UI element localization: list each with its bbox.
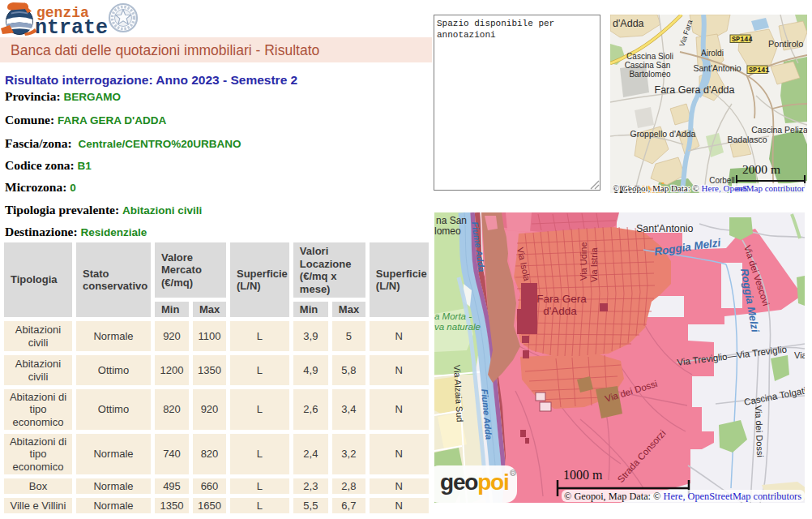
svg-text:SP141: SP141 — [749, 66, 770, 75]
svg-text:1000 m: 1000 m — [563, 468, 603, 482]
svg-text:Cascina Peliza: Cascina Peliza — [751, 125, 807, 135]
svg-text:eetMap contributor: eetMap contributor — [736, 183, 805, 193]
svg-text:Cascina San: Cascina San — [625, 61, 671, 70]
svg-text:va naturale: va naturale — [434, 322, 481, 332]
svg-text:Groppello d'Adda: Groppello d'Adda — [630, 129, 696, 139]
svg-text:Sant'Antonio: Sant'Antonio — [693, 63, 741, 73]
svg-text:Pontirolo: Pontirolo — [768, 39, 803, 49]
svg-text:R: R — [511, 470, 515, 476]
svg-text:d'Adda: d'Adda — [613, 18, 644, 29]
svg-text:geopoi: geopoi — [440, 470, 509, 495]
svg-text:Via Udine: Via Udine — [579, 242, 588, 281]
svg-text:d'Adda: d'Adda — [543, 305, 577, 317]
svg-text:Badalasco: Badalasco — [727, 135, 767, 144]
svg-text:na San: na San — [436, 215, 467, 226]
svg-text:Airoldi: Airoldi — [701, 49, 724, 58]
svg-text:2000 m: 2000 m — [742, 162, 780, 176]
svg-text:lomeo: lomeo — [434, 225, 461, 237]
svg-text:Fara Gera: Fara Gera — [536, 293, 587, 305]
svg-text:Bartolomeo: Bartolomeo — [629, 70, 671, 79]
svg-text:Via Istria: Via Istria — [589, 247, 599, 282]
svg-text:Via: Via — [794, 350, 805, 360]
svg-text:Sant'Antonio: Sant'Antonio — [636, 223, 694, 234]
svg-text:Fara Gera d'Adda: Fara Gera d'Adda — [655, 84, 735, 96]
svg-text:a Morta -: a Morta - — [434, 311, 472, 321]
svg-text:Via dei Dossi: Via dei Dossi — [754, 405, 765, 457]
svg-text:© Geopoi, Map Data: © Here, Op: © Geopoi, Map Data: © Here, OpenStreetMa… — [564, 491, 801, 502]
svg-text:SP144: SP144 — [732, 36, 753, 44]
svg-text:Cascina Sioli: Cascina Sioli — [626, 52, 673, 61]
svg-text:© Geopoi, Map Data: © Here, Op: © Geopoi, Map Data: © Here, OpenS — [613, 183, 747, 193]
